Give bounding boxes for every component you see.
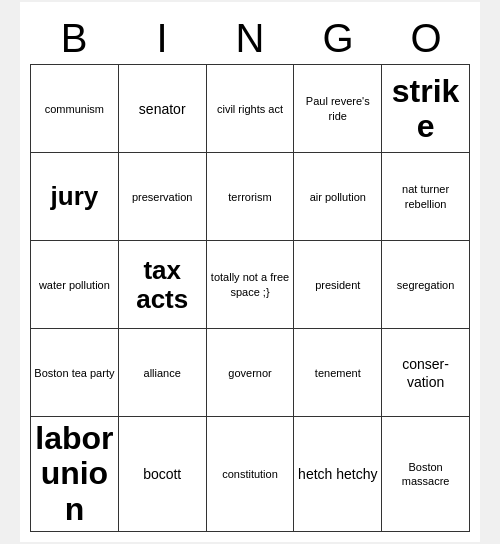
header-letter-b: B	[30, 12, 118, 64]
bingo-grid: communismsenatorcivil rights actPaul rev…	[30, 64, 470, 532]
bingo-header: BINGO	[30, 12, 470, 64]
bingo-cell-10: water pollution	[31, 241, 119, 329]
bingo-cell-22: constitution	[207, 417, 295, 532]
bingo-cell-16: alliance	[119, 329, 207, 417]
bingo-cell-5: jury	[31, 153, 119, 241]
bingo-cell-13: president	[294, 241, 382, 329]
bingo-cell-2: civil rights act	[207, 65, 295, 153]
bingo-cell-9: nat turner rebellion	[382, 153, 470, 241]
bingo-cell-19: conser- vation	[382, 329, 470, 417]
bingo-cell-3: Paul revere's ride	[294, 65, 382, 153]
bingo-cell-23: hetch hetchy	[294, 417, 382, 532]
bingo-cell-20: labor union	[31, 417, 119, 532]
bingo-cell-24: Boston massacre	[382, 417, 470, 532]
bingo-cell-4: strike	[382, 65, 470, 153]
bingo-cell-11: tax acts	[119, 241, 207, 329]
bingo-cell-8: air pollution	[294, 153, 382, 241]
bingo-cell-7: terrorism	[207, 153, 295, 241]
bingo-cell-21: bocott	[119, 417, 207, 532]
bingo-cell-6: preservation	[119, 153, 207, 241]
header-letter-g: G	[294, 12, 382, 64]
bingo-cell-15: Boston tea party	[31, 329, 119, 417]
header-letter-i: I	[118, 12, 206, 64]
bingo-cell-12: totally not a free space ;}	[207, 241, 295, 329]
header-letter-o: O	[382, 12, 470, 64]
bingo-cell-17: governor	[207, 329, 295, 417]
bingo-card: BINGO communismsenatorcivil rights actPa…	[20, 2, 480, 542]
bingo-cell-1: senator	[119, 65, 207, 153]
bingo-cell-14: segregation	[382, 241, 470, 329]
bingo-cell-0: communism	[31, 65, 119, 153]
header-letter-n: N	[206, 12, 294, 64]
bingo-cell-18: tenement	[294, 329, 382, 417]
